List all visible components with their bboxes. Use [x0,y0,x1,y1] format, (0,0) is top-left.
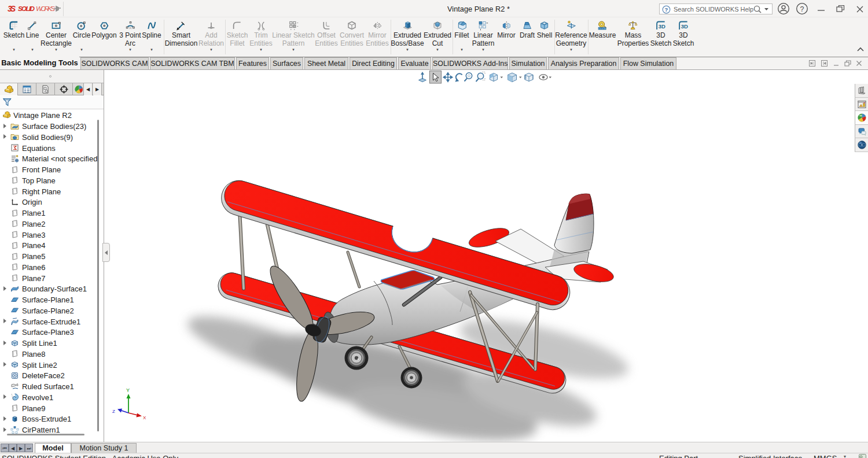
svg-text:SOLID: SOLID [18,5,35,12]
svg-text:Z: Z [112,409,115,414]
svg-text:3S: 3S [8,4,16,13]
svg-text:?: ? [800,5,804,13]
svg-text:?: ? [665,6,668,13]
svg-text:X: X [143,415,146,420]
svg-text:WORKS: WORKS [36,5,55,12]
svg-text:Y: Y [126,387,130,393]
